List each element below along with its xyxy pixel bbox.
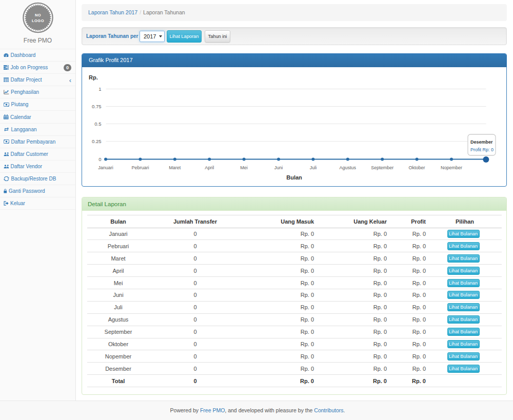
svg-text:Bulan: Bulan <box>286 174 302 181</box>
svg-text:0: 0 <box>98 156 101 162</box>
svg-text:Rp.: Rp. <box>89 74 98 81</box>
svg-text:Profit Rp: 0: Profit Rp: 0 <box>470 147 494 152</box>
svg-text:Oktober: Oktober <box>409 165 425 170</box>
svg-text:September: September <box>371 165 393 170</box>
svg-text:Nopember: Nopember <box>441 165 462 170</box>
svg-text:NO: NO <box>35 13 41 17</box>
svg-text:Januari: Januari <box>98 165 113 170</box>
svg-text:Desember: Desember <box>470 139 493 145</box>
svg-text:0.5: 0.5 <box>94 121 101 127</box>
svg-text:April: April <box>205 165 214 170</box>
svg-text:Agustus: Agustus <box>340 165 357 170</box>
svg-text:0.75: 0.75 <box>92 104 102 109</box>
svg-text:Mei: Mei <box>240 165 248 170</box>
svg-text:Maret: Maret <box>169 165 181 170</box>
svg-text:Pebruari: Pebruari <box>131 165 149 170</box>
svg-text:LOGO: LOGO <box>32 18 44 23</box>
svg-text:Juli: Juli <box>310 165 317 170</box>
svg-text:0.25: 0.25 <box>92 138 102 144</box>
svg-text:1: 1 <box>98 86 101 92</box>
svg-text:Juni: Juni <box>274 165 283 170</box>
